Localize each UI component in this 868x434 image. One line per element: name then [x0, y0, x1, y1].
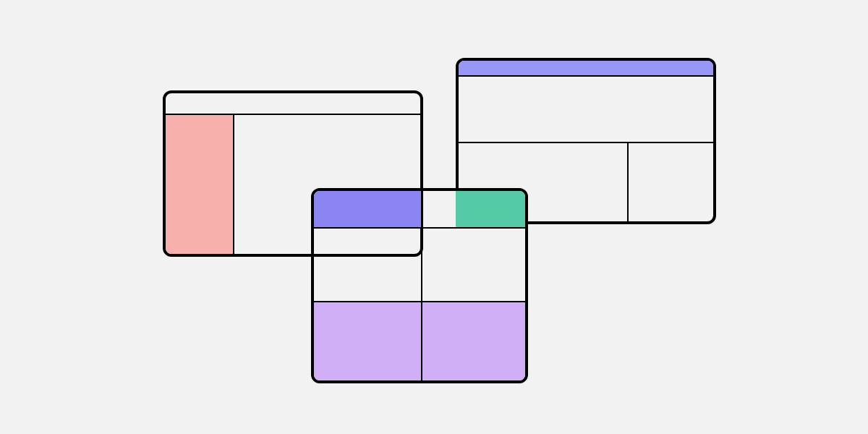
window-right-upper-panel [459, 77, 713, 143]
window-center-bottomrow [314, 302, 525, 380]
window-center-topcell-b [422, 191, 525, 227]
window-right-lower-right [629, 143, 713, 221]
window-center-green-patch [456, 191, 525, 227]
window-center-midcell-a [314, 229, 422, 301]
window-center-botcell-b [422, 302, 525, 380]
window-left-titlebar [166, 93, 420, 115]
window-center-toprow [314, 191, 525, 229]
window-center-midcell-b [422, 229, 525, 301]
window-center-botcell-a [314, 302, 422, 380]
window-right-titlebar [459, 61, 713, 77]
window-center-midrow [314, 229, 525, 302]
wireframe-window-center [311, 188, 528, 383]
window-center-topcell-a [314, 191, 422, 227]
window-left-sidebar [166, 115, 234, 254]
